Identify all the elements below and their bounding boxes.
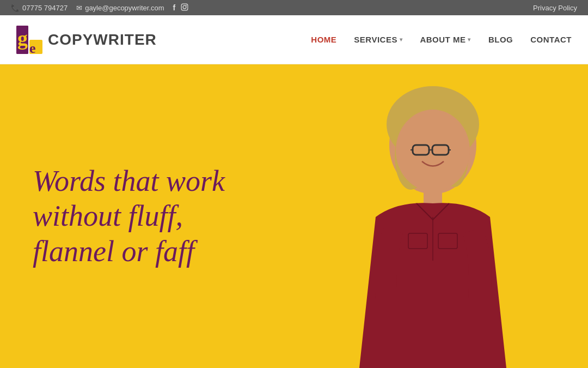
nav-blog[interactable]: BLOG	[488, 35, 513, 44]
nav-home-label: HOME	[311, 35, 336, 44]
svg-point-1	[183, 5, 186, 9]
svg-text:e: e	[29, 40, 36, 54]
facebook-icon: f	[173, 3, 176, 12]
svg-rect-18	[424, 184, 442, 203]
main-nav: HOME SERVICES ▾ ABOUT ME ▾ BLOG CONTACT	[311, 35, 572, 44]
nav-services-label: SERVICES	[354, 35, 397, 44]
nav-about-me-label: ABOUT ME	[420, 35, 465, 44]
nav-contact[interactable]: CONTACT	[530, 35, 572, 44]
instagram-link[interactable]	[181, 3, 188, 13]
services-chevron-icon: ▾	[400, 37, 403, 43]
hero-text-block: Words that work without fluff, flannel o…	[33, 163, 261, 269]
nav-blog-label: BLOG	[488, 35, 513, 44]
person-svg	[278, 64, 561, 368]
email-icon: ✉	[76, 4, 82, 12]
email-link[interactable]: ✉ gayle@gecopywriter.com	[76, 4, 164, 12]
hero-headline: Words that work without fluff, flannel o…	[33, 163, 261, 269]
privacy-policy-link[interactable]: Privacy Policy	[533, 4, 577, 12]
phone-number: 07775 794727	[22, 4, 68, 12]
logo-mark: g e	[16, 26, 42, 54]
svg-text:g: g	[17, 27, 28, 50]
email-address: gayle@gecopywriter.com	[85, 4, 164, 12]
logo-text: COPYWRITER	[48, 31, 157, 49]
phone-icon: 📞	[11, 4, 20, 12]
instagram-icon	[181, 4, 188, 13]
about-chevron-icon: ▾	[468, 37, 471, 43]
svg-point-2	[186, 4, 187, 5]
hero-section: Words that work without fluff, flannel o…	[0, 64, 588, 368]
nav-about-me[interactable]: ABOUT ME ▾	[420, 35, 471, 44]
logo[interactable]: g e COPYWRITER	[16, 26, 157, 54]
top-bar-phone: 📞 07775 794727	[11, 4, 68, 12]
top-bar-left: 📞 07775 794727 ✉ gayle@gecopywriter.com …	[11, 3, 188, 13]
header: g e COPYWRITER HOME SERVICES ▾ ABOUT ME …	[0, 15, 588, 64]
hero-image	[250, 64, 588, 368]
nav-services[interactable]: SERVICES ▾	[354, 35, 402, 44]
top-bar: 📞 07775 794727 ✉ gayle@gecopywriter.com …	[0, 0, 588, 15]
facebook-link[interactable]: f	[173, 3, 176, 12]
nav-contact-label: CONTACT	[530, 35, 572, 44]
nav-home[interactable]: HOME	[311, 35, 336, 44]
svg-rect-0	[181, 4, 188, 10]
social-links: f	[173, 3, 189, 13]
